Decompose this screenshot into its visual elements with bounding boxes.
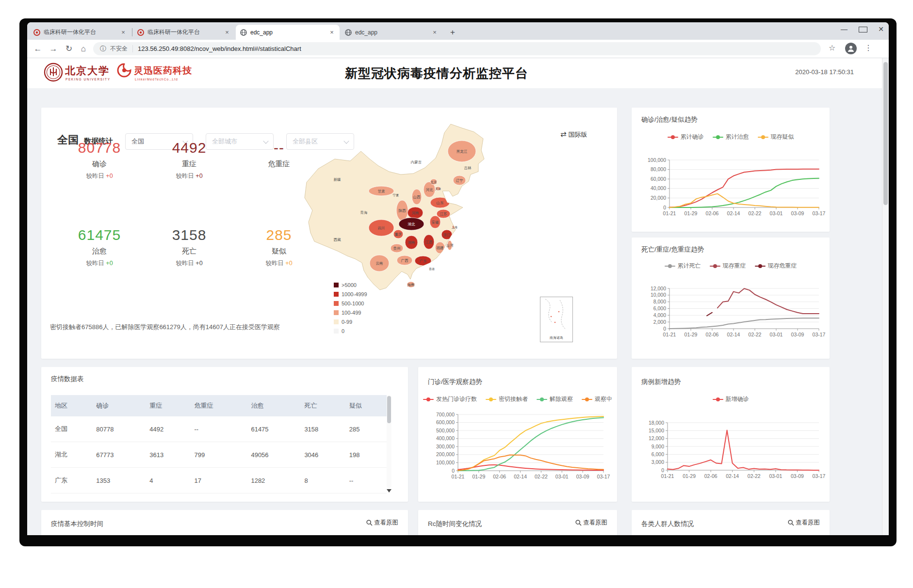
table-column-header: 地区 (51, 395, 92, 416)
svg-text:400,000: 400,000 (436, 435, 455, 441)
svg-text:3,000: 3,000 (652, 459, 664, 465)
svg-text:15,000: 15,000 (649, 428, 664, 433)
series-line (668, 430, 819, 470)
reload-icon[interactable]: ↻ (63, 43, 75, 55)
svg-text:10,000: 10,000 (651, 292, 666, 298)
table-cell: 全国 (51, 416, 92, 442)
address-bar[interactable]: ⓘ 不安全 123.56.250.49:8082/ncov_web/index.… (93, 42, 821, 55)
browser-tab-1[interactable]: 临床科研一体化平台 × (29, 25, 131, 40)
svg-text:03-17: 03-17 (597, 474, 610, 479)
svg-text:0: 0 (452, 468, 455, 474)
page-header: 北京大学 PEKING UNIVERSITY 灵迅医药科技 LinkerMedT… (27, 58, 889, 88)
divider (132, 45, 133, 52)
svg-text:01-29: 01-29 (685, 210, 698, 216)
magnifier-icon (788, 520, 794, 526)
browser-toolbar: ← → ↻ ⌂ ⓘ 不安全 123.56.250.49:8082/ncov_we… (27, 40, 889, 58)
table-cell: 285 (345, 416, 387, 442)
table-cell: 67773 (92, 442, 146, 468)
svg-text:02-06: 02-06 (704, 473, 717, 479)
svg-text:02-22: 02-22 (535, 474, 548, 479)
info-icon[interactable]: ⓘ (100, 45, 106, 53)
tab-close-icon[interactable]: × (223, 29, 231, 36)
browser-tab-3-active[interactable]: edc_app × (236, 25, 340, 40)
view-original-link[interactable]: 查看原图 (575, 519, 607, 527)
pku-name: 北京大学 (65, 64, 110, 78)
svg-text:02-06: 02-06 (706, 332, 719, 337)
province-label: 西藏 (334, 238, 342, 242)
panel-national-overview: 全国 数据统计 全国 全部城市 全部县区 ⇄国际版 80778 确诊 较昨日 +… (41, 108, 617, 359)
minimize-icon[interactable]: — (840, 25, 848, 34)
panel-trend-new-cases: 病例新增趋势 新增确诊 03,0006,0009,00012,00015,000… (632, 367, 830, 502)
table-column-header: 治愈 (247, 395, 300, 416)
map-legend-item: 0-99 (334, 317, 367, 326)
pku-subtitle: PEKING UNIVERSITY (65, 78, 111, 81)
linker-logo-icon (116, 63, 132, 80)
scrollbar-thumb (387, 396, 391, 423)
china-map[interactable]: 新疆西藏青海内蒙古甘肃宁夏陕西山西河北北京天津山东河南江苏安徽上海浙江湖北重庆四… (291, 117, 495, 316)
svg-text:80,000: 80,000 (651, 166, 666, 172)
map-legend-item: >5000 (334, 280, 367, 289)
maximize-icon[interactable] (859, 25, 866, 34)
table-cell: 3046 (300, 442, 345, 468)
table-column-header: 危重症 (191, 395, 247, 416)
svg-text:02-14: 02-14 (726, 473, 739, 479)
scrollbar-thumb[interactable] (883, 62, 888, 205)
svg-text:12,000: 12,000 (651, 286, 666, 291)
table-row: 全国807784492--614753158285 (51, 416, 387, 442)
svg-text:300,000: 300,000 (436, 444, 455, 449)
province-label: 山东 (437, 201, 444, 205)
table-cell: 广东 (51, 468, 92, 493)
scroll-down-icon[interactable] (387, 489, 391, 493)
inset-label: 南海诸岛 (540, 335, 572, 340)
series-line (669, 169, 819, 207)
province-label: 安徽 (432, 220, 440, 224)
map-legend: >50001000-4999500-1000100-4990-990 (334, 280, 367, 335)
back-icon[interactable]: ← (32, 43, 44, 55)
svg-text:0: 0 (663, 326, 666, 332)
panel-trend-confirmed-cured-suspected: 确诊/治愈/疑似趋势 累计确诊累计治愈现存疑似 020,00040,00060,… (632, 108, 830, 232)
table-scrollbar[interactable] (387, 395, 391, 488)
page-content: 北京大学 PEKING UNIVERSITY 灵迅医药科技 LinkerMedT… (27, 58, 889, 535)
table-row: 湖北677733613799490563046198 (51, 442, 387, 468)
table-cell: 1353 (92, 468, 146, 493)
view-original-link[interactable]: 查看原图 (366, 519, 398, 527)
province-label: 广西 (401, 258, 409, 263)
map-legend-item: 1000-4999 (334, 289, 367, 299)
linker-name: 灵迅医药科技 (134, 64, 192, 77)
south-china-sea-inset: 南海诸岛 (540, 297, 573, 342)
menu-dots-icon[interactable]: ⋮ (864, 43, 872, 52)
stat-death: 3158 死亡 较昨日 +0 (148, 227, 230, 268)
browser-tab-2[interactable]: 临床科研一体化平台 × (133, 25, 235, 40)
browser-tab-4[interactable]: edc_app × (341, 25, 442, 40)
province-label: 上海 (451, 226, 457, 229)
international-toggle[interactable]: ⇄国际版 (560, 130, 587, 139)
svg-text:60,000: 60,000 (651, 176, 666, 182)
table-cell: 8 (300, 468, 345, 493)
timestamp: 2020-03-18 17:50:31 (757, 68, 854, 76)
tab-close-icon[interactable]: × (328, 29, 336, 36)
new-tab-button[interactable]: + (445, 25, 460, 40)
view-original-link[interactable]: 查看原图 (788, 519, 820, 527)
tab-close-icon[interactable]: × (431, 29, 439, 36)
svg-text:03-01: 03-01 (770, 332, 783, 337)
globe-favicon (240, 29, 247, 36)
table-column-header: 死亡 (300, 395, 345, 416)
line-chart: 020,00040,00060,00080,000100,00001-2101-… (632, 108, 830, 232)
panel-title: 各类人群人数情况 (641, 520, 694, 528)
profile-avatar[interactable] (845, 43, 857, 54)
forward-icon[interactable]: → (48, 43, 59, 55)
svg-text:0: 0 (661, 467, 664, 473)
svg-text:4,000: 4,000 (653, 312, 666, 318)
table-column-header: 确诊 (92, 395, 146, 416)
svg-text:40,000: 40,000 (651, 185, 666, 191)
svg-text:03-17: 03-17 (813, 332, 826, 337)
magnifier-icon (366, 520, 373, 526)
map-legend-item: 0 (334, 326, 367, 335)
contact-note: 密切接触者675886人，已解除医学观察661279人，尚有14607人正在接受… (50, 323, 280, 332)
tab-close-icon[interactable]: × (119, 29, 127, 36)
home-icon[interactable]: ⌂ (78, 43, 89, 55)
map-legend-item: 100-499 (334, 308, 367, 317)
page-scrollbar[interactable] (882, 58, 889, 535)
close-icon[interactable]: ✕ (877, 25, 885, 34)
bookmark-star-icon[interactable]: ☆ (829, 43, 835, 52)
